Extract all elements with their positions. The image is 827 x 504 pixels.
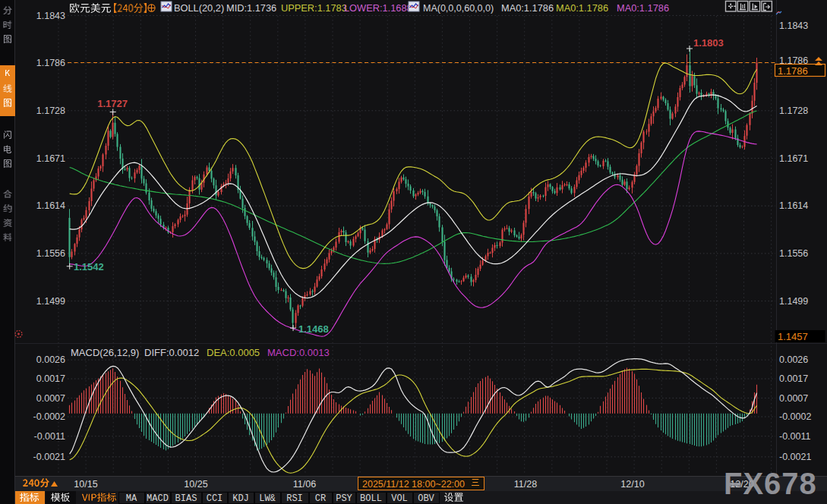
svg-text:2025/11/12 18:00~22:00: 2025/11/12 18:00~22:00 — [362, 479, 465, 490]
svg-text:11/06: 11/06 — [293, 479, 316, 490]
svg-text:10/15: 10/15 — [74, 479, 97, 490]
svg-text:BOLL: BOLL — [360, 493, 382, 504]
svg-text:CR: CR — [315, 493, 326, 504]
svg-text:RSI: RSI — [286, 493, 303, 504]
svg-text:CCI: CCI — [207, 493, 223, 504]
svg-text:OBV: OBV — [418, 493, 434, 504]
svg-text:10/25: 10/25 — [184, 479, 207, 490]
svg-text:MA: MA — [126, 493, 137, 504]
svg-text:BIAS: BIAS — [175, 493, 197, 504]
svg-text:VOL: VOL — [391, 493, 408, 504]
svg-text:KDJ: KDJ — [232, 493, 249, 504]
svg-text:11/28: 11/28 — [514, 479, 537, 490]
svg-text:PSY: PSY — [336, 493, 352, 504]
svg-text:MACD: MACD — [147, 493, 169, 504]
svg-text:12/10: 12/10 — [620, 479, 644, 490]
svg-text:LW&: LW& — [259, 493, 276, 504]
